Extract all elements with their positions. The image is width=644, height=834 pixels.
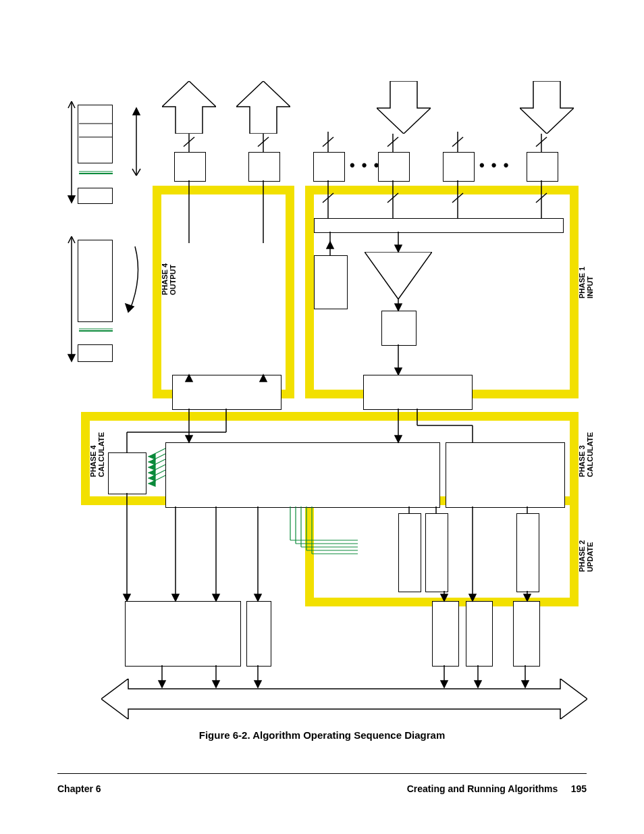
svg-marker-115: [68, 355, 75, 361]
svg-line-111: [136, 169, 140, 176]
svg-marker-86: [524, 594, 531, 601]
svg-marker-105: [68, 196, 75, 203]
bus-arrow: [101, 679, 587, 719]
svg-marker-84: [441, 594, 448, 601]
legend1-arrows: [61, 95, 142, 216]
legend2-arrows: [61, 230, 149, 371]
svg-marker-99: [101, 679, 587, 719]
svg-marker-77: [254, 594, 261, 601]
footer-page: 195: [571, 783, 587, 794]
svg-marker-71: [124, 594, 130, 601]
svg-marker-75: [213, 594, 219, 601]
svg-marker-81: [469, 594, 476, 601]
footer-chapter: Chapter 6: [57, 783, 101, 794]
page-footer: Chapter 6 Creating and Running Algorithm…: [57, 783, 587, 794]
figure-caption: Figure 6-2. Algorithm Operating Sequence…: [0, 729, 644, 741]
footer-rule: [57, 773, 587, 774]
footer-title: Creating and Running Algorithms: [407, 783, 558, 794]
algorithm-sequence-diagram: PHASE 4 OUTPUT PHASE 1 INPUT PHASE 4 CAL…: [41, 68, 603, 743]
svg-marker-118: [126, 304, 134, 312]
svg-marker-109: [133, 108, 140, 115]
svg-marker-73: [172, 594, 179, 601]
svg-line-110: [132, 169, 136, 176]
